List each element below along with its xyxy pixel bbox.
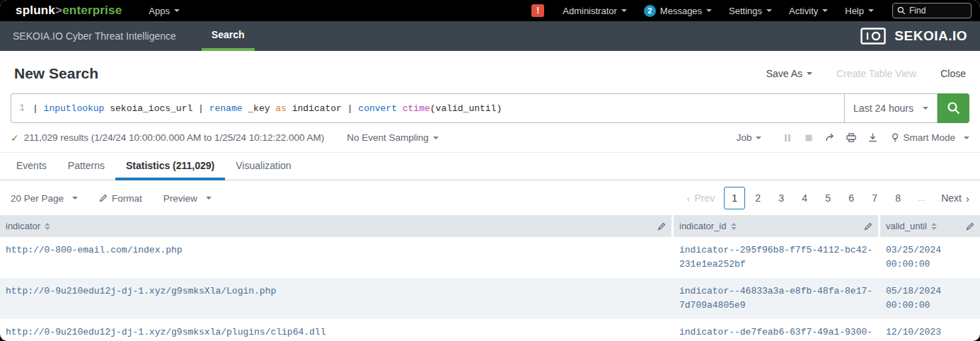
results-summary: 211,029 results (1/24/24 10:00:00.000 AM…	[24, 132, 325, 143]
page-title: New Search	[14, 65, 98, 82]
tab-visualization[interactable]: Visualization	[225, 153, 301, 180]
time-range-picker[interactable]: Last 24 hours	[844, 93, 938, 123]
event-sampling-label: No Event Sampling	[347, 132, 429, 143]
smart-mode-label: Smart Mode	[903, 132, 955, 143]
app-bar: SEKOIA.IO Cyber Threat Intelligence Sear…	[0, 21, 980, 51]
column-header-valid_until[interactable]: valid_until	[880, 215, 980, 237]
search-button[interactable]	[938, 93, 969, 123]
cell-valid_until[interactable]: 12/10/2023 00:00:00	[880, 319, 980, 341]
search-header: New Search Save As Create Table View Clo…	[0, 51, 980, 93]
next-label: Next	[941, 192, 962, 204]
query-token-plain: indicator	[287, 103, 347, 114]
cell-indicator_id[interactable]: indicator--de7feab6-63f7-49a1-9300-0cb02…	[674, 319, 880, 341]
page-button-4[interactable]: 4	[794, 187, 815, 209]
stop-button	[798, 129, 819, 147]
page-button-8[interactable]: 8	[887, 187, 909, 209]
search-query-input[interactable]: 1 | inputlookup sekoia_iocs_url | rename…	[11, 93, 844, 123]
page-button-5[interactable]: 5	[817, 187, 838, 209]
search-icon	[897, 6, 906, 15]
chevron-down-icon	[756, 137, 761, 139]
event-sampling-dropdown[interactable]: No Event Sampling	[347, 132, 439, 143]
page-button-1[interactable]: 1	[724, 187, 745, 209]
cell-valid_until[interactable]: 05/18/2024 00:00:00	[880, 278, 980, 319]
column-header-indicator_id[interactable]: indicator_id	[674, 215, 880, 237]
splunk-logo-enterprise: enterprise	[62, 4, 122, 17]
sekoia-logo-icon	[860, 28, 886, 45]
pencil-icon[interactable]	[966, 222, 974, 231]
splunk-window: splunk>enterprise Apps ! Administrator 2…	[0, 0, 980, 341]
save-as-label: Save As	[766, 68, 802, 79]
cell-indicator[interactable]: http://0-800-email.com/index.php	[0, 237, 674, 278]
column-header-indicator[interactable]: indicator	[0, 215, 674, 237]
cell-valid_until[interactable]: 03/25/2024 00:00:00	[880, 237, 980, 278]
app-title: SEKOIA.IO Cyber Threat Intelligence	[13, 21, 176, 51]
search-icon	[946, 100, 962, 116]
page-button-7[interactable]: 7	[864, 187, 885, 209]
job-menu[interactable]: Job	[737, 132, 762, 143]
user-menu[interactable]: Administrator	[554, 0, 635, 21]
close-button[interactable]: Close	[940, 68, 966, 79]
query-token-plain: sekoia_iocs_url	[104, 103, 198, 114]
chevron-down-icon	[868, 9, 874, 12]
find-search-box[interactable]	[892, 3, 972, 18]
column-label: indicator_id	[679, 221, 727, 231]
page-button-3[interactable]: 3	[771, 187, 792, 209]
find-input[interactable]	[909, 6, 966, 16]
apps-menu[interactable]: Apps	[140, 0, 188, 21]
create-table-view-button: Create Table View	[836, 68, 916, 79]
pencil-icon	[99, 194, 108, 202]
cell-indicator_id[interactable]: indicator--295f96b8-f7f5-4112-bc42-231e1…	[674, 237, 880, 278]
query-token-plain: _key	[242, 103, 275, 114]
per-page-dropdown[interactable]: 20 Per Page	[11, 193, 78, 204]
share-icon	[825, 133, 835, 142]
apps-menu-label: Apps	[149, 6, 170, 16]
table-row: http://0-800-email.com/index.phpindicato…	[0, 237, 980, 278]
table-row: http://0-9u210edu12j-dj-1.xyz/g9smksXla/…	[0, 278, 980, 319]
messages-menu[interactable]: 2 Messages	[635, 0, 720, 21]
prev-label: Prev	[694, 192, 715, 204]
print-button[interactable]	[841, 129, 862, 147]
query-token-command: rename	[209, 103, 243, 114]
results-bar: ✓ 211,029 results (1/24/24 10:00:00.000 …	[0, 123, 980, 153]
tab-events[interactable]: Events	[6, 153, 57, 180]
cell-indicator[interactable]: http://0-9u210edu12j-dj-1.xyz/g9smksxla/…	[0, 319, 674, 341]
cell-indicator_id[interactable]: indicator--46833a3a-e8fb-48fa-8e17-7d709…	[674, 278, 880, 319]
pencil-icon[interactable]	[657, 222, 666, 231]
query-token-plain	[397, 103, 403, 114]
chevron-right-icon: ›	[966, 193, 969, 204]
smart-mode-dropdown[interactable]: Smart Mode	[892, 132, 969, 143]
settings-menu[interactable]: Settings	[720, 0, 780, 21]
messages-count-badge: 2	[644, 5, 656, 17]
help-menu[interactable]: Help	[836, 0, 882, 21]
sort-icon[interactable]	[45, 223, 50, 230]
chevron-down-icon	[766, 9, 772, 12]
chevron-down-icon	[72, 197, 78, 200]
chevron-down-icon	[174, 9, 180, 12]
check-icon: ✓	[11, 132, 19, 144]
stop-icon	[805, 134, 813, 142]
activity-menu[interactable]: Activity	[780, 0, 836, 21]
export-button[interactable]	[862, 129, 883, 147]
page-button-6[interactable]: 6	[841, 187, 862, 209]
pencil-icon[interactable]	[864, 222, 872, 231]
settings-menu-label: Settings	[729, 6, 762, 16]
preview-dropdown[interactable]: Preview	[163, 193, 212, 204]
query-token-function: ctime	[403, 103, 430, 114]
appnav-search-tab[interactable]: Search	[202, 21, 255, 51]
sekoia-brand-text: SEKOIA.IO	[894, 28, 967, 44]
next-page-button[interactable]: Next ›	[941, 192, 969, 204]
sort-icon[interactable]	[731, 223, 737, 230]
tab-statistics[interactable]: Statistics (211,029)	[115, 153, 225, 180]
cell-indicator[interactable]: http://0-9u210edu12j-dj-1.xyz/g9smksXla/…	[0, 278, 674, 319]
statistics-table: indicatorindicator_idvalid_until http://…	[0, 215, 980, 341]
job-menu-label: Job	[737, 132, 752, 143]
share-button[interactable]	[819, 129, 841, 147]
tab-patterns[interactable]: Patterns	[57, 153, 115, 180]
chevron-down-icon	[621, 9, 627, 12]
format-button[interactable]: Format	[99, 193, 142, 204]
save-as-button[interactable]: Save As	[766, 68, 812, 79]
page-button-2[interactable]: 2	[747, 187, 768, 209]
sort-icon[interactable]	[931, 223, 937, 230]
alert-icon[interactable]: !	[531, 4, 544, 17]
pause-icon	[783, 134, 792, 142]
